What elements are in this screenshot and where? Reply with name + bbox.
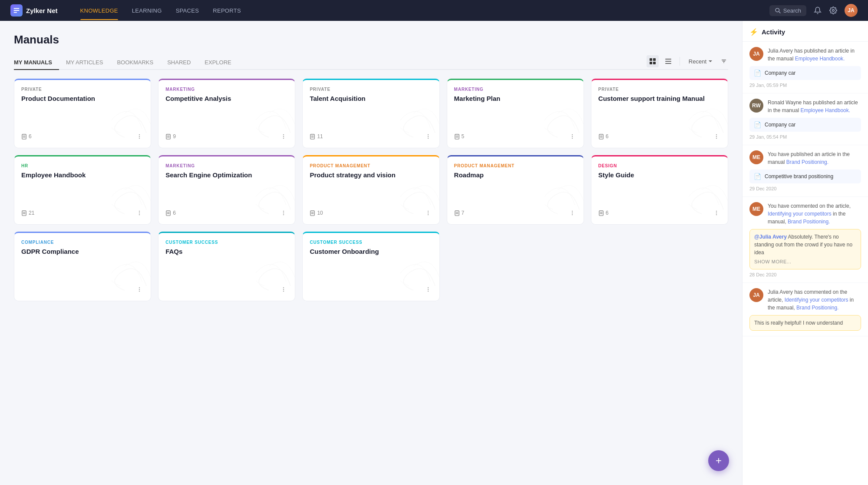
- card-footer: 11: [310, 132, 432, 141]
- manual-card[interactable]: PRIVATE Customer support training Manual…: [591, 79, 728, 148]
- search-label: Search: [783, 7, 801, 14]
- nav-links: KNOWLEDGE LEARNING SPACES REPORTS: [75, 1, 769, 20]
- svg-point-31: [572, 134, 573, 135]
- sort-order-button[interactable]: [719, 57, 728, 66]
- view-controls: Recent: [647, 55, 728, 69]
- manual-card[interactable]: CUSTOMER SUCCESS Customer Onboarding: [302, 232, 439, 301]
- svg-point-69: [716, 214, 717, 215]
- card-more-button[interactable]: [712, 209, 721, 217]
- svg-point-27: [427, 138, 428, 139]
- card-more-button[interactable]: [279, 132, 288, 141]
- activity-manual-link[interactable]: Brand Positioning.: [796, 305, 838, 311]
- svg-point-57: [427, 214, 428, 215]
- article-count: 9: [165, 133, 176, 140]
- card-title: Talent Acquisition: [310, 94, 432, 103]
- grid-view-button[interactable]: [647, 55, 659, 67]
- svg-point-19: [283, 134, 284, 135]
- card-category: MARKETING: [165, 163, 288, 168]
- activity-title: Activity: [762, 28, 785, 36]
- card-more-button[interactable]: [568, 132, 577, 141]
- card-more-button[interactable]: [712, 132, 721, 141]
- nav-learning[interactable]: LEARNING: [127, 1, 167, 20]
- svg-point-75: [283, 291, 284, 292]
- card-more-button[interactable]: [279, 209, 288, 217]
- article-count: 6: [165, 210, 176, 216]
- card-top: MARKETING Marketing Plan: [454, 87, 577, 103]
- card-more-button[interactable]: [135, 285, 144, 294]
- card-top: CUSTOMER SUCCESS Customer Onboarding: [310, 240, 432, 256]
- activity-manual-link[interactable]: Brand Positioning.: [786, 159, 828, 165]
- tab-explore[interactable]: EXPLORE: [198, 56, 238, 69]
- manual-card[interactable]: HR Employee Handbook 21: [14, 155, 151, 225]
- activity-article-link[interactable]: Identifying your competitors: [768, 211, 832, 217]
- notifications-icon[interactable]: [813, 6, 822, 15]
- manual-card[interactable]: CUSTOMER SUCCESS FAQs: [158, 232, 295, 301]
- activity-manual-link[interactable]: Employee Handbook.: [795, 56, 845, 62]
- comment-author: @Julia Avery: [754, 234, 787, 240]
- svg-point-71: [139, 289, 140, 290]
- list-view-button[interactable]: [662, 55, 674, 67]
- settings-icon[interactable]: [829, 6, 838, 15]
- activity-manual-link[interactable]: Employee Handbook.: [800, 107, 850, 113]
- card-more-button[interactable]: [424, 132, 432, 141]
- manual-card[interactable]: MARKETING Search Engine Optimization 6: [158, 155, 295, 225]
- logo[interactable]: Zylker Net: [10, 4, 58, 17]
- manual-card[interactable]: MARKETING Competitive Analysis 9: [158, 79, 295, 148]
- add-manual-button[interactable]: +: [708, 450, 729, 471]
- manual-card[interactable]: COMPLIANCE GDPR Compliance: [14, 232, 151, 301]
- card-more-button[interactable]: [135, 132, 144, 141]
- manual-card[interactable]: PRIVATE Product Documentation 6: [14, 79, 151, 148]
- sort-button[interactable]: Recent: [685, 56, 716, 66]
- card-more-button[interactable]: [424, 209, 432, 217]
- card-footer: 6: [598, 209, 721, 217]
- activity-item: JA Julia Avery has published an article …: [743, 42, 868, 93]
- activity-article-link[interactable]: Identifying your competitors: [785, 297, 848, 303]
- nav-reports[interactable]: REPORTS: [208, 1, 246, 20]
- activity-text: Julia Avery has commented on the article…: [768, 288, 861, 312]
- svg-rect-6: [653, 62, 656, 64]
- card-category: PRODUCT MANAGEMENT: [454, 163, 577, 168]
- activity-article-card[interactable]: 📄 Company car: [749, 118, 861, 132]
- svg-point-38: [716, 136, 717, 137]
- article-count: 6: [21, 133, 32, 140]
- card-more-button[interactable]: [568, 209, 577, 217]
- view-divider: [680, 57, 680, 66]
- activity-avatar: ME: [749, 202, 763, 216]
- activity-user-row: ME You have commented on the article, Id…: [749, 202, 861, 226]
- card-top: MARKETING Search Engine Optimization: [165, 163, 288, 179]
- svg-point-78: [427, 291, 428, 292]
- activity-text: Julia Avery has published an article in …: [768, 47, 861, 63]
- card-top: PRIVATE Product Documentation: [21, 87, 144, 103]
- activity-manual-link[interactable]: Brand Positioning.: [788, 219, 830, 225]
- svg-rect-58: [455, 210, 459, 215]
- show-more-button[interactable]: SHOW MORE...: [754, 258, 856, 266]
- svg-point-43: [139, 211, 140, 212]
- tab-bookmarks[interactable]: BOOKMARKS: [110, 56, 160, 69]
- svg-point-50: [283, 213, 284, 213]
- tab-my-articles[interactable]: MY ARTICLES: [59, 56, 110, 69]
- manual-card[interactable]: PRODUCT MANAGEMENT Roadmap 7: [447, 155, 584, 225]
- card-title: Style Guide: [598, 171, 721, 179]
- card-more-button[interactable]: [135, 209, 144, 217]
- card-category: HR: [21, 163, 144, 168]
- svg-point-67: [716, 211, 717, 212]
- svg-point-49: [283, 211, 284, 212]
- svg-rect-52: [310, 210, 314, 215]
- card-more-button[interactable]: [279, 285, 288, 294]
- activity-article-card[interactable]: 📄 Company car: [749, 66, 861, 80]
- nav-knowledge[interactable]: KNOWLEDGE: [75, 1, 123, 20]
- user-avatar[interactable]: JA: [845, 4, 858, 17]
- manual-card[interactable]: DESIGN Style Guide 6: [591, 155, 728, 225]
- activity-article-card[interactable]: 📄 Competitive brand positioning: [749, 169, 861, 183]
- manual-card[interactable]: MARKETING Marketing Plan 5: [447, 79, 584, 148]
- article-icon: 📄: [754, 121, 761, 128]
- search-button[interactable]: Search: [769, 5, 806, 16]
- manual-card[interactable]: PRODUCT MANAGEMENT Product strategy and …: [302, 155, 439, 225]
- nav-spaces[interactable]: SPACES: [171, 1, 205, 20]
- svg-point-20: [283, 136, 284, 137]
- tab-shared[interactable]: SHARED: [160, 56, 198, 69]
- tab-my-manuals[interactable]: MY MANUALS: [14, 56, 59, 69]
- content-area: Manuals MY MANUALS MY ARTICLES BOOKMARKS…: [0, 21, 742, 485]
- card-more-button[interactable]: [424, 285, 432, 294]
- manual-card[interactable]: PRIVATE Talent Acquisition 11: [302, 79, 439, 148]
